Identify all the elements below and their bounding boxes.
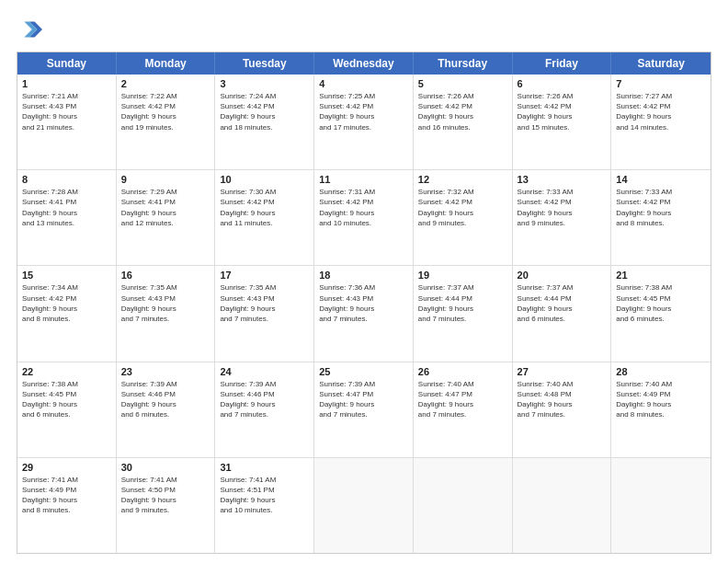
cell-info: Sunrise: 7:33 AMSunset: 4:42 PMDaylight:… <box>518 187 607 228</box>
calendar-header: SundayMondayTuesdayWednesdayThursdayFrid… <box>17 52 711 75</box>
day-number: 7 <box>616 78 706 89</box>
cell-info: Sunrise: 7:37 AMSunset: 4:44 PMDaylight:… <box>418 282 507 324</box>
day-cell-9: 9Sunrise: 7:29 AMSunset: 4:41 PMDaylight… <box>117 170 216 265</box>
day-number: 27 <box>518 366 607 377</box>
calendar-row: 29Sunrise: 7:41 AMSunset: 4:49 PMDayligh… <box>17 457 711 553</box>
day-number: 25 <box>319 366 408 377</box>
header <box>17 17 711 42</box>
day-number: 10 <box>220 174 309 185</box>
day-cell-26: 26Sunrise: 7:40 AMSunset: 4:47 PMDayligh… <box>414 362 513 457</box>
day-cell-11: 11Sunrise: 7:31 AMSunset: 4:42 PMDayligh… <box>314 170 414 265</box>
day-cell-27: 27Sunrise: 7:40 AMSunset: 4:48 PMDayligh… <box>513 362 612 457</box>
day-cell-21: 21Sunrise: 7:38 AMSunset: 4:45 PMDayligh… <box>611 266 711 361</box>
day-number: 13 <box>518 174 607 185</box>
cell-info: Sunrise: 7:22 AMSunset: 4:42 PMDaylight:… <box>121 91 210 132</box>
day-number: 15 <box>22 270 111 281</box>
calendar-row: 15Sunrise: 7:34 AMSunset: 4:42 PMDayligh… <box>17 265 711 361</box>
day-cell-10: 10Sunrise: 7:30 AMSunset: 4:42 PMDayligh… <box>215 170 314 265</box>
day-number: 6 <box>518 78 607 89</box>
day-cell-25: 25Sunrise: 7:39 AMSunset: 4:47 PMDayligh… <box>314 362 414 457</box>
day-cell-30: 30Sunrise: 7:41 AMSunset: 4:50 PMDayligh… <box>117 458 216 553</box>
day-number: 14 <box>616 174 706 185</box>
day-number: 18 <box>319 270 408 281</box>
day-number: 9 <box>121 174 210 185</box>
day-cell-1: 1Sunrise: 7:21 AMSunset: 4:43 PMDaylight… <box>17 75 117 169</box>
day-cell-15: 15Sunrise: 7:34 AMSunset: 4:42 PMDayligh… <box>17 266 117 361</box>
cell-info: Sunrise: 7:41 AMSunset: 4:50 PMDaylight:… <box>121 475 210 516</box>
day-cell-20: 20Sunrise: 7:37 AMSunset: 4:44 PMDayligh… <box>513 266 612 361</box>
weekday-header-monday: Monday <box>117 52 216 75</box>
day-number: 8 <box>22 174 111 185</box>
page: SundayMondayTuesdayWednesdayThursdayFrid… <box>0 0 728 563</box>
weekday-header-friday: Friday <box>513 52 612 75</box>
day-cell-24: 24Sunrise: 7:39 AMSunset: 4:46 PMDayligh… <box>215 362 314 457</box>
weekday-header-sunday: Sunday <box>17 52 117 75</box>
day-number: 2 <box>121 78 210 89</box>
day-number: 20 <box>518 270 607 281</box>
day-cell-16: 16Sunrise: 7:35 AMSunset: 4:43 PMDayligh… <box>117 266 216 361</box>
weekday-header-thursday: Thursday <box>414 52 513 75</box>
day-number: 22 <box>22 366 111 377</box>
day-cell-3: 3Sunrise: 7:24 AMSunset: 4:42 PMDaylight… <box>215 75 314 169</box>
cell-info: Sunrise: 7:37 AMSunset: 4:44 PMDaylight:… <box>518 282 607 324</box>
day-cell-8: 8Sunrise: 7:28 AMSunset: 4:41 PMDaylight… <box>17 170 117 265</box>
cell-info: Sunrise: 7:21 AMSunset: 4:43 PMDaylight:… <box>22 91 111 132</box>
cell-info: Sunrise: 7:32 AMSunset: 4:42 PMDaylight:… <box>418 187 507 228</box>
empty-cell <box>414 458 513 553</box>
cell-info: Sunrise: 7:39 AMSunset: 4:46 PMDaylight:… <box>220 379 309 420</box>
day-number: 30 <box>121 462 210 473</box>
cell-info: Sunrise: 7:41 AMSunset: 4:49 PMDaylight:… <box>22 475 111 516</box>
calendar-row: 22Sunrise: 7:38 AMSunset: 4:45 PMDayligh… <box>17 362 711 457</box>
cell-info: Sunrise: 7:40 AMSunset: 4:48 PMDaylight:… <box>518 379 607 420</box>
cell-info: Sunrise: 7:26 AMSunset: 4:42 PMDaylight:… <box>418 91 507 132</box>
calendar-row: 8Sunrise: 7:28 AMSunset: 4:41 PMDaylight… <box>17 169 711 265</box>
cell-info: Sunrise: 7:35 AMSunset: 4:43 PMDaylight:… <box>220 282 309 324</box>
day-cell-23: 23Sunrise: 7:39 AMSunset: 4:46 PMDayligh… <box>117 362 216 457</box>
day-number: 19 <box>418 270 507 281</box>
day-cell-5: 5Sunrise: 7:26 AMSunset: 4:42 PMDaylight… <box>414 75 513 169</box>
cell-info: Sunrise: 7:40 AMSunset: 4:49 PMDaylight:… <box>616 379 706 420</box>
cell-info: Sunrise: 7:40 AMSunset: 4:47 PMDaylight:… <box>418 379 507 420</box>
day-cell-29: 29Sunrise: 7:41 AMSunset: 4:49 PMDayligh… <box>17 458 117 553</box>
empty-cell <box>513 458 612 553</box>
cell-info: Sunrise: 7:31 AMSunset: 4:42 PMDaylight:… <box>319 187 408 228</box>
day-number: 17 <box>220 270 309 281</box>
logo <box>17 17 46 42</box>
day-number: 5 <box>418 78 507 89</box>
weekday-header-saturday: Saturday <box>611 52 711 75</box>
empty-cell <box>314 458 414 553</box>
day-number: 31 <box>220 462 309 473</box>
day-number: 23 <box>121 366 210 377</box>
cell-info: Sunrise: 7:38 AMSunset: 4:45 PMDaylight:… <box>616 282 706 324</box>
day-cell-18: 18Sunrise: 7:36 AMSunset: 4:43 PMDayligh… <box>314 266 414 361</box>
day-number: 4 <box>319 78 408 89</box>
cell-info: Sunrise: 7:30 AMSunset: 4:42 PMDaylight:… <box>220 187 309 228</box>
day-cell-4: 4Sunrise: 7:25 AMSunset: 4:42 PMDaylight… <box>314 75 414 169</box>
day-number: 12 <box>418 174 507 185</box>
cell-info: Sunrise: 7:34 AMSunset: 4:42 PMDaylight:… <box>22 282 111 324</box>
day-cell-12: 12Sunrise: 7:32 AMSunset: 4:42 PMDayligh… <box>414 170 513 265</box>
day-cell-17: 17Sunrise: 7:35 AMSunset: 4:43 PMDayligh… <box>215 266 314 361</box>
day-cell-6: 6Sunrise: 7:26 AMSunset: 4:42 PMDaylight… <box>513 75 612 169</box>
day-cell-31: 31Sunrise: 7:41 AMSunset: 4:51 PMDayligh… <box>215 458 314 553</box>
calendar-row: 1Sunrise: 7:21 AMSunset: 4:43 PMDaylight… <box>17 75 711 169</box>
cell-info: Sunrise: 7:35 AMSunset: 4:43 PMDaylight:… <box>121 282 210 324</box>
day-number: 29 <box>22 462 111 473</box>
calendar: SundayMondayTuesdayWednesdayThursdayFrid… <box>17 52 711 554</box>
cell-info: Sunrise: 7:24 AMSunset: 4:42 PMDaylight:… <box>220 91 309 132</box>
logo-icon <box>17 17 42 42</box>
cell-info: Sunrise: 7:27 AMSunset: 4:42 PMDaylight:… <box>616 91 706 132</box>
cell-info: Sunrise: 7:38 AMSunset: 4:45 PMDaylight:… <box>22 379 111 420</box>
cell-info: Sunrise: 7:41 AMSunset: 4:51 PMDaylight:… <box>220 475 309 516</box>
cell-info: Sunrise: 7:29 AMSunset: 4:41 PMDaylight:… <box>121 187 210 228</box>
day-cell-19: 19Sunrise: 7:37 AMSunset: 4:44 PMDayligh… <box>414 266 513 361</box>
cell-info: Sunrise: 7:39 AMSunset: 4:47 PMDaylight:… <box>319 379 408 420</box>
day-cell-22: 22Sunrise: 7:38 AMSunset: 4:45 PMDayligh… <box>17 362 117 457</box>
calendar-body: 1Sunrise: 7:21 AMSunset: 4:43 PMDaylight… <box>17 75 711 553</box>
day-number: 16 <box>121 270 210 281</box>
day-number: 28 <box>616 366 706 377</box>
day-cell-2: 2Sunrise: 7:22 AMSunset: 4:42 PMDaylight… <box>117 75 216 169</box>
day-number: 1 <box>22 78 111 89</box>
empty-cell <box>611 458 711 553</box>
day-number: 21 <box>616 270 706 281</box>
